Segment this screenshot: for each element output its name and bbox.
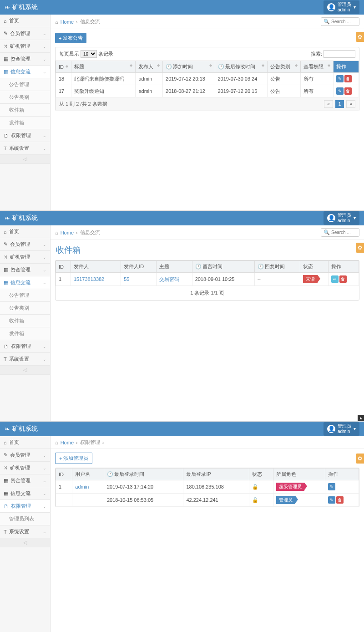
nav-sub-announcements[interactable]: 公告管理 bbox=[0, 78, 50, 91]
username-link[interactable]: admin bbox=[75, 484, 89, 489]
scroll-top[interactable]: ▲ bbox=[358, 415, 364, 421]
nav-home[interactable]: ⌂首页 bbox=[0, 15, 50, 27]
nav-info[interactable]: ▦信息交流⌄ bbox=[0, 276, 50, 289]
sender-link[interactable]: 15173813382 bbox=[74, 276, 104, 282]
table-row: 2018-10-15 08:53:05 42.224.12.241 🔓 管理员 … bbox=[56, 494, 359, 507]
chevron-down-icon: ⌄ bbox=[43, 255, 46, 260]
cell-modtime: 2019-07-12 20:15 bbox=[215, 85, 268, 97]
sender-id-link[interactable]: 55 bbox=[124, 276, 129, 282]
table-toolbar: 每页显示 10 条记录 搜索: bbox=[56, 47, 359, 61]
nav-members[interactable]: ✎会员管理⌄ bbox=[0, 27, 50, 40]
sidebar-collapse[interactable]: ◁ bbox=[0, 366, 50, 375]
user-menu[interactable]: 👤 管理员admin ▾ bbox=[324, 422, 359, 436]
chevron-down-icon: ⌄ bbox=[43, 530, 46, 534]
settings-gear[interactable]: ✿ bbox=[356, 454, 364, 464]
sidebar-collapse[interactable]: ◁ bbox=[0, 538, 50, 547]
col-role: 所属角色 bbox=[273, 469, 325, 480]
nav-home[interactable]: ⌂首页 bbox=[0, 225, 50, 238]
unlock-icon: 🔓 bbox=[252, 484, 258, 489]
col-modtime[interactable]: 🕐最后修改时间◆ bbox=[215, 61, 268, 73]
user-icon: 👤 bbox=[327, 3, 335, 11]
cell-category: 公告 bbox=[268, 73, 300, 85]
subject-link[interactable]: 交易密码 bbox=[159, 276, 179, 282]
nav-funds[interactable]: ▦资金管理⌄ bbox=[0, 474, 50, 487]
perpage-select[interactable]: 10 bbox=[81, 50, 97, 58]
nav-permissions[interactable]: 🗋权限管理⌄ bbox=[0, 340, 50, 353]
col-msgtime: 🕐留言时间 bbox=[192, 261, 254, 273]
search-box[interactable]: 🔍 bbox=[321, 17, 359, 26]
nav-sub-outbox[interactable]: 发件箱 bbox=[0, 327, 50, 340]
col-category[interactable]: 公告类别◆ bbox=[268, 61, 300, 73]
nav-info[interactable]: ▦信息交流⌄ bbox=[0, 66, 50, 78]
nav-funds[interactable]: ▦资金管理⌄ bbox=[0, 264, 50, 276]
search-input[interactable] bbox=[331, 19, 359, 24]
nav-miners[interactable]: ⤭矿机管理⌄ bbox=[0, 40, 50, 53]
search-input[interactable] bbox=[331, 230, 359, 235]
nav-settings[interactable]: T系统设置⌄ bbox=[0, 142, 50, 155]
clock-icon: 🕐 bbox=[107, 471, 113, 477]
crumb-home[interactable]: Home bbox=[61, 230, 74, 235]
col-actions: 操作 bbox=[328, 261, 359, 273]
nav-miners[interactable]: ⤭矿机管理⌄ bbox=[0, 251, 50, 264]
add-admin-button[interactable]: +添加管理员 bbox=[55, 453, 92, 464]
nav-funds[interactable]: ▦资金管理⌄ bbox=[0, 53, 50, 66]
edit-button[interactable]: ✎ bbox=[328, 483, 335, 490]
nav-settings[interactable]: T系统设置⌄ bbox=[0, 525, 50, 538]
breadcrumb-row: ⌂ Home› 信息交流 🔍 bbox=[51, 15, 364, 29]
nav-sub-admins[interactable]: 管理员列表 bbox=[0, 513, 50, 525]
col-addtime[interactable]: 🕐添加时间◆ bbox=[163, 61, 215, 73]
chevron-down-icon: ⌄ bbox=[43, 44, 46, 49]
nav-miners[interactable]: ⤭矿机管理⌄ bbox=[0, 462, 50, 474]
nav-sub-categories[interactable]: 公告类别 bbox=[0, 91, 50, 104]
edit-button[interactable]: ✎ bbox=[328, 496, 335, 504]
col-id[interactable]: ID◆ bbox=[56, 61, 71, 73]
edit-icon: ✎ bbox=[4, 452, 8, 458]
crumb-home[interactable]: Home bbox=[61, 440, 74, 445]
page-current[interactable]: 1 bbox=[335, 100, 344, 108]
user-menu[interactable]: 👤 管理员admin ▾ bbox=[324, 211, 359, 225]
nav-members[interactable]: ✎会员管理⌄ bbox=[0, 449, 50, 462]
nav-home[interactable]: ⌂首页 bbox=[0, 436, 50, 449]
nav-label: 首页 bbox=[9, 17, 19, 24]
col-title[interactable]: 标题◆ bbox=[71, 61, 136, 73]
edit-button[interactable]: ✎ bbox=[336, 75, 344, 82]
text-icon: T bbox=[4, 146, 7, 151]
publish-button[interactable]: +发布公告 bbox=[55, 33, 86, 43]
settings-gear[interactable]: ✿ bbox=[356, 243, 364, 253]
nav-sub-categories[interactable]: 公告类别 bbox=[0, 302, 50, 315]
col-author[interactable]: 发布人◆ bbox=[136, 61, 163, 73]
table-search-input[interactable] bbox=[324, 50, 355, 58]
delete-button[interactable]: 🗑 bbox=[336, 496, 344, 504]
nav-settings[interactable]: T系统设置⌄ bbox=[0, 353, 50, 366]
nav-permissions[interactable]: 🗋权限管理⌄ bbox=[0, 500, 50, 513]
search-box[interactable]: 🔍 bbox=[321, 228, 359, 237]
col-permission[interactable]: 查看权限◆ bbox=[300, 61, 333, 73]
user-role: 管理员 bbox=[338, 2, 351, 7]
nav-sub-announcements[interactable]: 公告管理 bbox=[0, 289, 50, 302]
nav-members[interactable]: ✎会员管理⌄ bbox=[0, 238, 50, 251]
delete-button[interactable]: 🗑 bbox=[344, 87, 352, 95]
sidebar-collapse[interactable]: ◁ bbox=[0, 155, 50, 164]
delete-button[interactable]: 🗑 bbox=[344, 75, 352, 82]
edit-button[interactable]: ✎ bbox=[336, 87, 344, 95]
settings-gear[interactable]: ✿ bbox=[356, 32, 364, 42]
nav-sub-inbox[interactable]: 收件箱 bbox=[0, 104, 50, 117]
cell-author: admin bbox=[136, 85, 163, 97]
nav-permissions[interactable]: 🗋权限管理⌄ bbox=[0, 129, 50, 142]
reply-button[interactable]: ↩ bbox=[331, 275, 339, 283]
page-next[interactable]: » bbox=[346, 100, 355, 108]
nav-info[interactable]: ▦信息交流⌄ bbox=[0, 487, 50, 500]
crumb-home[interactable]: Home bbox=[61, 19, 74, 25]
user-menu[interactable]: 👤 管理员admin ▾ bbox=[324, 0, 359, 14]
plus-icon: + bbox=[59, 36, 61, 41]
nav-sub-outbox[interactable]: 发件箱 bbox=[0, 117, 50, 129]
delete-button[interactable]: 🗑 bbox=[339, 275, 347, 283]
home-icon: ⌂ bbox=[55, 440, 58, 445]
nav-sub-inbox[interactable]: 收件箱 bbox=[0, 315, 50, 327]
content: ⌂ Home› 信息交流 🔍 ✿ +发布公告 每页显示 10 条记录 搜索: I… bbox=[51, 15, 364, 210]
col-id: ID bbox=[56, 469, 72, 480]
brand-text: 矿机系统 bbox=[12, 3, 38, 11]
nav-label: 矿机管理 bbox=[10, 464, 30, 471]
sidebar: ⌂首页 ✎会员管理⌄ ⤭矿机管理⌄ ▦资金管理⌄ ▦信息交流⌄ 公告管理 公告类… bbox=[0, 15, 51, 210]
page-prev[interactable]: « bbox=[324, 100, 333, 108]
